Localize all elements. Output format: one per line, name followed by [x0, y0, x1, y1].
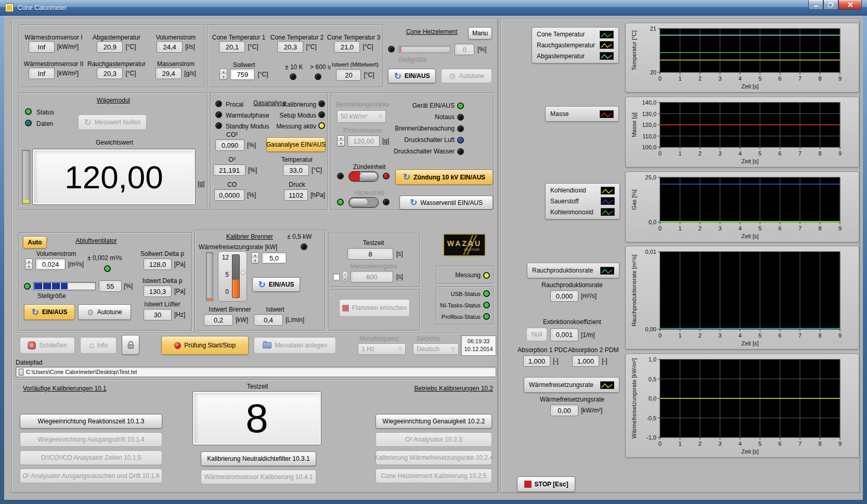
brenner-istwert-unit: [L/min] [286, 316, 304, 324]
minimize-button[interactable] [808, 0, 823, 10]
temperatur-legend[interactable]: Cone Temperatur Rauchgastemperatur Abgas… [532, 27, 619, 63]
kalib-left-button-3: O²/CO²/CO Analysator Zeiten 10.1.5 [20, 450, 162, 465]
istwert-luefter-unit: [Hz] [174, 311, 185, 318]
warmlaufphase-label: Warmlaufphase [226, 112, 269, 119]
datetime-display: 06:19:33 10.12.2014 [461, 335, 496, 356]
maximize-button[interactable] [823, 0, 838, 10]
istwert-deltap-display: 130,3 [144, 286, 172, 297]
line-icon [600, 110, 614, 118]
abluft-autotune-button[interactable]: ⚙Autotune [78, 304, 131, 320]
divider [12, 333, 497, 334]
sollwert-unit: [°C] [257, 71, 268, 78]
tol-10k-led [290, 73, 296, 80]
gasanalyse-einaus-button[interactable]: Gasanalyse EIN/AUS [266, 137, 326, 152]
waermefreisetzungsrate-chart: 01234567891,00,50,0-0,5-1,0Zeit [s]Wärme… [627, 355, 858, 456]
gear-icon: ⚙ [449, 72, 456, 80]
abluft-volumenstrom-spinner[interactable]: ▲▼ [25, 259, 33, 270]
svg-text:8: 8 [818, 150, 821, 157]
zuendung-button[interactable]: ↻Zündung 10 kV EIN/AUS [395, 170, 493, 185]
brenner-sollwert-input[interactable]: 5,0 [262, 252, 287, 264]
svg-text:Zeit [s]: Zeit [s] [741, 340, 758, 346]
cone-temp3-label: Cone Temperatur 3 [326, 34, 382, 41]
kalib-left-button-1[interactable]: Wiegeeinrichtung Reaktionszeit 10.1.3 [20, 414, 162, 429]
wasserventil-button[interactable]: ↻Wasserventil EIN/AUS [399, 196, 493, 210]
waermefreisetzungsrate-legend[interactable]: Wärmefreisetzungsrate [524, 377, 619, 393]
stop-button[interactable]: STOP [Esc] [517, 476, 575, 492]
gas-legend[interactable]: Kohlendioxid Sauerstoff Kohlenmonoxid [545, 183, 620, 219]
gas-chart-panel: 012345678925,00,0Zeit [s]Gas [%] [625, 172, 859, 242]
sync-icon: ↻ [410, 198, 417, 207]
temperatur-chart: 01234567892120Zeit [s]Temperatur [°C] [627, 24, 858, 91]
dateipfad-input[interactable]: C:\Users\Cone Calorimeter\Desktop\Test.t… [16, 367, 496, 377]
legend-sauerstoff: Sauerstoff [550, 198, 578, 205]
o2-display: 21,191 [213, 164, 245, 176]
sync-icon: ↻ [32, 308, 39, 317]
co2-label: CO² [215, 131, 249, 138]
wazau-tagline: we create [464, 248, 480, 251]
profibus-status-led [483, 313, 490, 320]
auto-button[interactable]: Auto [23, 236, 47, 249]
svg-text:20: 20 [650, 69, 656, 75]
messzeitvorgabe-checkbox[interactable] [333, 274, 340, 280]
waermestromsensor-1-label: Wärmestromsensor I [23, 34, 84, 41]
setup-modus-led [318, 111, 325, 118]
abgastemperatur-unit: [°C] [125, 43, 136, 50]
brenner-sollwert-spinner[interactable]: ▲▼ [251, 252, 259, 264]
absorption2-label: Absorption 2 PDM [568, 346, 618, 354]
svg-text:0,5: 0,5 [649, 376, 656, 382]
svg-text:9: 9 [838, 332, 842, 339]
brenner-slider-handle[interactable] [240, 270, 244, 275]
wazau-text: WAZAU [447, 239, 482, 248]
title-bar: Cone Calorimeter [0, 0, 867, 16]
svg-text:3: 3 [718, 225, 721, 231]
heizelement-stellgroesse-slider[interactable] [398, 46, 450, 53]
brenner-slider-track[interactable] [232, 254, 240, 298]
legend-masse: Masse [550, 110, 568, 118]
masse-legend[interactable]: Masse [545, 106, 619, 122]
svg-text:2: 2 [698, 332, 702, 339]
zuendeinheit-switch[interactable] [348, 171, 379, 182]
svg-text:9: 9 [838, 441, 842, 447]
gewichtswert-unit: [g] [198, 180, 204, 187]
rauchproduktionsrate-legend[interactable]: Rauchproduktionsrate [527, 263, 619, 278]
svg-text:110,0: 110,0 [642, 133, 656, 139]
manu-button[interactable]: Manu [468, 27, 492, 40]
gas-temperatur-display: 33,0 [283, 164, 309, 176]
red-led-icon [174, 342, 181, 349]
svg-text:4: 4 [739, 225, 742, 231]
absorption2-unit: [-] [602, 357, 607, 365]
sync-icon: ↻ [84, 118, 92, 127]
pruefung-startstop-button[interactable]: Prüfung Start/Stop [161, 336, 249, 355]
notaus-led [457, 114, 464, 121]
client-area: Wärmestromsensor I Inf[kW/m²] Abgastempe… [4, 16, 863, 500]
messwert-nullen-button: ↻Messwert Nullen [78, 114, 147, 130]
svg-text:9: 9 [838, 75, 842, 82]
svg-text:Zeit [s]: Zeit [s] [741, 158, 758, 164]
absorption1-unit: [-] [553, 357, 559, 365]
abluft-stellgroesse-bar [33, 282, 96, 290]
kalib-right-button-1[interactable]: Wiegeeinrichtung Genauigkeit 10.2.2 [376, 414, 492, 429]
svg-text:5: 5 [758, 225, 761, 231]
sollwert-spinner[interactable]: ▲▼ [219, 69, 227, 80]
zuendeinheit-right-led [383, 173, 390, 179]
sollwert-input[interactable]: 759 [230, 69, 255, 80]
volumenstrom-display: 24,4 [157, 41, 183, 53]
brenner-istwert-bar [206, 252, 213, 301]
abluft-einaus-button[interactable]: ↻EIN/AUS [24, 304, 75, 320]
messzeitvorgabe-label: Messzeitvorgabe [342, 263, 405, 270]
waermestromsensor-2-unit: [kW/m²] [57, 70, 79, 77]
close-button[interactable] [838, 0, 862, 10]
heizelement-einaus-button[interactable]: ↻EIN/AUS [388, 69, 436, 83]
waermestromsensor-1-display: Inf [29, 41, 55, 53]
lock-button[interactable] [122, 335, 139, 355]
brenner-rate-label: Wärmefreisetzungsrate [kW] [199, 243, 277, 251]
geraet-einaus-row: Gerät EIN/AUS [343, 102, 464, 109]
svg-text:0: 0 [658, 225, 662, 231]
svg-text:21: 21 [650, 25, 656, 32]
kalib-mid-button-1[interactable]: Kalibrierung Neutraldichtefilter 10.3.1 [201, 451, 316, 466]
brenner-einaus-button[interactable]: ↻EIN/AUS [252, 277, 300, 292]
daten-label: Daten [36, 120, 53, 127]
abluft-volumenstrom-input[interactable]: 0,024 [35, 259, 66, 270]
hitzeschild-switch[interactable] [348, 197, 379, 208]
rauchgastemperatur-display: 20,3 [97, 68, 123, 79]
